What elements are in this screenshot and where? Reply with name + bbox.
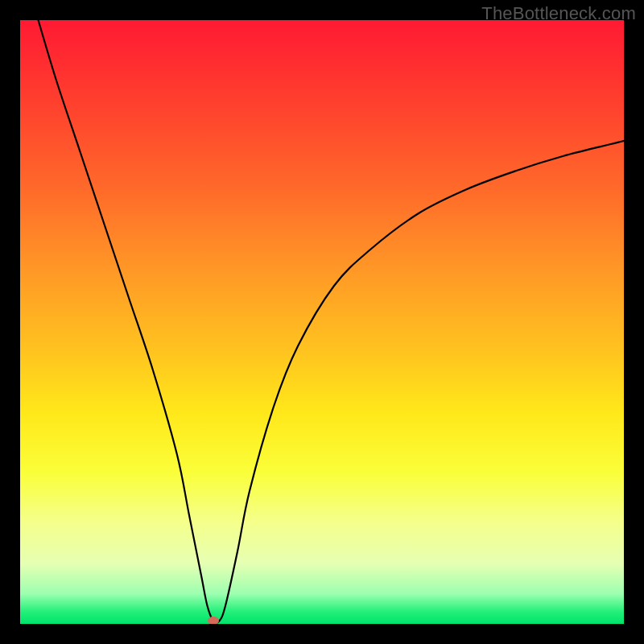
bottleneck-curve <box>20 20 624 624</box>
chart-frame: TheBottleneck.com <box>0 0 644 644</box>
plot-area <box>20 20 624 624</box>
minimum-point-marker <box>208 617 219 624</box>
watermark-text: TheBottleneck.com <box>481 3 636 24</box>
